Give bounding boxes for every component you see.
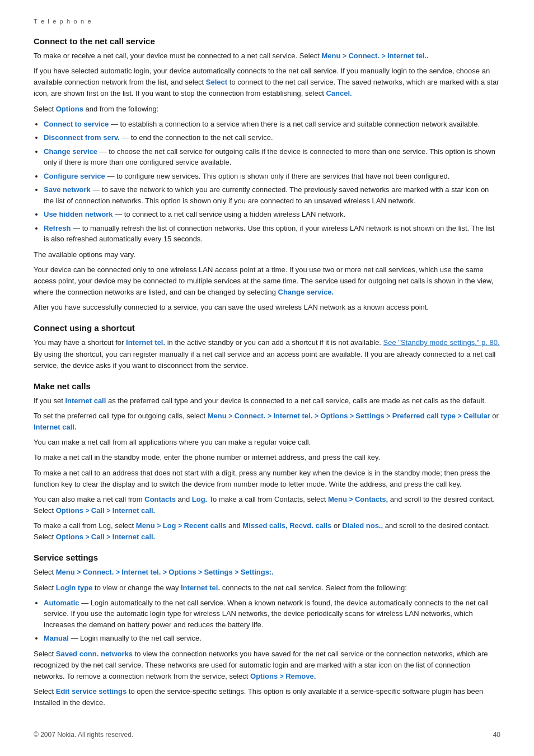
para-set-preferred: To set the preferred call type for outgo…	[34, 410, 500, 433]
menu-link[interactable]: Menu	[321, 52, 340, 60]
options-link-4[interactable]: Options	[56, 533, 83, 541]
change-service-link-1[interactable]: Change service	[44, 147, 97, 156]
heading-connect-net-call: Connect to the net call service	[34, 36, 500, 46]
settings-colon-link[interactable]: Settings:.	[241, 568, 274, 576]
connect-link-2[interactable]: Connect.	[235, 412, 266, 420]
para-regular-call: You can make a net call from all applica…	[34, 437, 500, 448]
list-item: Refresh — to manually refresh the list o…	[44, 223, 500, 245]
para-successfully: After you have successfully connected to…	[34, 302, 500, 313]
saved-conn-link[interactable]: Saved conn. networks	[56, 650, 133, 658]
recent-calls-link[interactable]: Recent calls	[184, 521, 227, 530]
configure-service-link[interactable]: Configure service	[44, 172, 105, 180]
para-2: If you have selected automatic login, yo…	[34, 66, 500, 99]
dialed-nos-link[interactable]: Dialed nos.,	[342, 521, 383, 530]
options-link-5[interactable]: Options	[168, 568, 196, 576]
refresh-link[interactable]: Refresh	[44, 224, 71, 232]
heading-connect-shortcut: Connect using a shortcut	[34, 323, 500, 333]
para-service-settings-nav: Select Menu > Connect. > Internet tel. >…	[34, 567, 500, 578]
list-item: Disconnect from serv. — to end the conne…	[44, 132, 500, 143]
call-link-2[interactable]: Call	[91, 533, 105, 541]
options-link-2[interactable]: Options	[320, 412, 348, 420]
internet-call-link-2[interactable]: Internet call.	[34, 423, 77, 431]
manual-link[interactable]: Manual	[44, 634, 69, 642]
internet-tel-link-1[interactable]: Internet tel..	[387, 52, 429, 60]
change-service-link-2[interactable]: Change service.	[278, 288, 334, 296]
para-1: To make or receive a net call, your devi…	[34, 50, 500, 62]
para-address-call: To make a net call to an address that do…	[34, 468, 500, 490]
para-shortcut: You may have a shortcut for Internet tel…	[34, 337, 500, 371]
list-item: Change service — to choose the net call …	[44, 146, 500, 168]
contacts-link-2[interactable]: Contacts,	[355, 495, 388, 503]
para-options-intro: Select Options and from the following:	[34, 104, 500, 115]
options-link-1[interactable]: Options	[56, 105, 83, 113]
footer-copyright: © 2007 Nokia. All rights reserved.	[34, 731, 133, 739]
cellular-link[interactable]: Cellular	[463, 412, 490, 420]
list-item: Configure service — to configure new ser…	[44, 171, 500, 182]
list-item: Connect to service — to establish a conn…	[44, 119, 500, 130]
options-link-3[interactable]: Options	[56, 506, 83, 515]
list-item: Use hidden network — to connect to a net…	[44, 209, 500, 220]
internet-tel-link-2[interactable]: Internet tel.	[126, 338, 165, 347]
preferred-call-link[interactable]: Preferred call type	[392, 412, 456, 420]
para-saved-conn: Select Saved conn. networks to view the …	[34, 648, 500, 682]
internet-tel-link-3[interactable]: Internet tel.	[273, 412, 312, 420]
select-link[interactable]: Select	[206, 78, 227, 86]
options-list: Connect to service — to establish a conn…	[34, 119, 500, 245]
cancel-link[interactable]: Cancel.	[326, 89, 352, 97]
menu-link-5[interactable]: Menu	[56, 568, 75, 576]
recvd-calls-link[interactable]: Recvd. calls	[289, 521, 331, 530]
use-hidden-network-link[interactable]: Use hidden network	[44, 210, 113, 218]
section-label: T e l e p h o n e	[34, 17, 500, 26]
login-type-list: Automatic — Login automatically to the n…	[34, 598, 500, 644]
contacts-link-1[interactable]: Contacts	[144, 495, 176, 503]
para-standby-call: To make a net call in the standby mode, …	[34, 452, 500, 463]
para-edit-service: Select Edit service settings to open the…	[34, 686, 500, 708]
connect-to-service-link[interactable]: Connect to service	[44, 120, 109, 128]
connect-link-3[interactable]: Connect.	[83, 568, 114, 576]
remove-link[interactable]: Remove.	[285, 672, 316, 680]
internet-call-link-4[interactable]: Internet call.	[113, 533, 156, 541]
missed-calls-link[interactable]: Missed calls,	[242, 521, 287, 530]
footer: © 2007 Nokia. All rights reserved. 40	[34, 731, 500, 739]
call-link-1[interactable]: Call	[91, 506, 105, 515]
para-options-vary: The available options may vary.	[34, 249, 500, 260]
menu-link-2[interactable]: Menu	[208, 412, 227, 420]
para-one-lan: Your device can be connected only to one…	[34, 264, 500, 298]
edit-service-link[interactable]: Edit service settings	[56, 687, 127, 696]
standby-mode-link[interactable]: See "Standby mode settings," p. 80.	[383, 338, 500, 347]
log-link-1[interactable]: Log.	[192, 495, 207, 503]
internet-tel-link-4[interactable]: Internet tel.	[121, 568, 161, 576]
save-network-link[interactable]: Save network	[44, 185, 91, 194]
menu-link-4[interactable]: Menu	[136, 521, 155, 530]
heading-service-settings: Service settings	[34, 553, 500, 562]
internet-tel-link-5[interactable]: Internet tel.	[181, 584, 220, 592]
menu-link-3[interactable]: Menu	[328, 495, 347, 503]
automatic-link[interactable]: Automatic	[44, 599, 79, 607]
login-type-link[interactable]: Login type	[56, 584, 93, 592]
para-log-call: To make a call from Log, select Menu > L…	[34, 520, 500, 543]
footer-page: 40	[493, 731, 500, 739]
settings-link-2[interactable]: Settings	[204, 568, 232, 576]
options-link-6[interactable]: Options	[250, 672, 278, 680]
list-item: Save network — to save the network to wh…	[44, 184, 500, 206]
connect-link[interactable]: Connect.	[348, 52, 380, 60]
list-item: Manual — Login manually to the net call …	[44, 633, 500, 644]
settings-link-1[interactable]: Settings	[355, 412, 384, 420]
log-link-2[interactable]: Log	[163, 521, 176, 530]
para-contacts-call: You can also make a net call from Contac…	[34, 494, 500, 516]
internet-call-link-1[interactable]: Internet call	[65, 396, 106, 405]
internet-call-link-3[interactable]: Internet call.	[113, 506, 156, 515]
disconnect-from-serv-link[interactable]: Disconnect from serv.	[44, 133, 120, 142]
list-item: Automatic — Login automatically to the n…	[44, 598, 500, 631]
para-preferred-call-type: If you set Internet call as the preferre…	[34, 395, 500, 407]
para-login-type: Select Login type to view or change the …	[34, 582, 500, 594]
heading-make-net-calls: Make net calls	[34, 381, 500, 391]
